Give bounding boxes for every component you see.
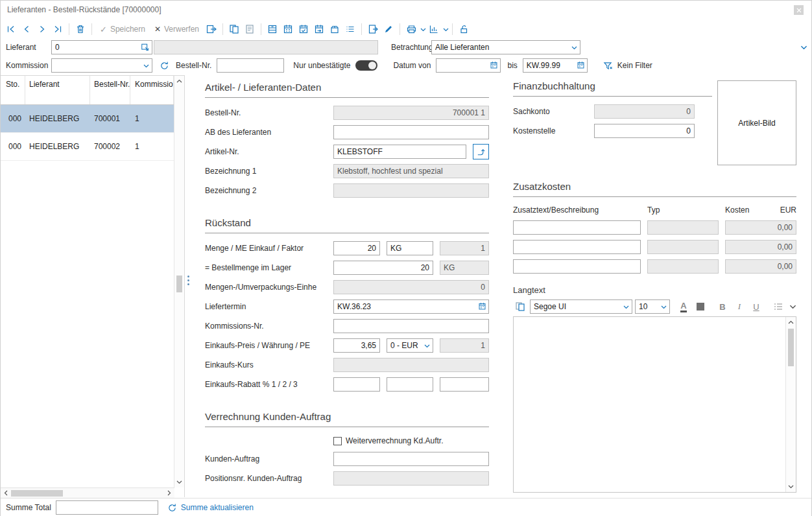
calendar-export-icon[interactable] bbox=[311, 21, 327, 37]
liefertermin-input[interactable] bbox=[333, 299, 489, 314]
last-record-icon[interactable] bbox=[50, 21, 66, 37]
bestellnr-filter-input[interactable] bbox=[217, 58, 284, 73]
vertical-scrollbar[interactable] bbox=[785, 317, 796, 492]
summe-total-input[interactable] bbox=[56, 500, 158, 515]
scrollbar-thumb[interactable] bbox=[176, 276, 182, 292]
column-header-lieferant[interactable]: Lieferant bbox=[25, 76, 90, 104]
ekpreis-input[interactable] bbox=[333, 338, 380, 353]
font-select[interactable]: Segoe UI bbox=[530, 299, 632, 314]
collapse-panel-icon[interactable] bbox=[800, 45, 807, 50]
copy-icon[interactable] bbox=[226, 21, 242, 37]
close-button[interactable] bbox=[794, 5, 804, 15]
section-title-verrechnung: Verrechnung Kunden-Auftrag bbox=[205, 411, 489, 427]
underline-icon[interactable]: U bbox=[749, 299, 763, 314]
package-icon[interactable] bbox=[327, 21, 342, 37]
next-record-icon[interactable] bbox=[34, 21, 50, 37]
document-export-icon[interactable] bbox=[365, 21, 381, 37]
umverpackung-label: Mengen-/Umverpackungs-Einhe bbox=[205, 283, 333, 292]
insert-text-icon[interactable] bbox=[513, 299, 527, 314]
calendar-icon[interactable] bbox=[280, 21, 296, 37]
app-window: Lieferanten - Bestell-Rückstände [700000… bbox=[0, 0, 812, 516]
section-title-zusatzkosten: Zusatzkosten bbox=[513, 181, 796, 197]
nur-unbestaetigte-toggle[interactable] bbox=[355, 60, 377, 71]
rabatt2-input[interactable] bbox=[387, 377, 433, 392]
refresh-icon[interactable] bbox=[158, 59, 171, 72]
lookup-icon[interactable] bbox=[141, 43, 150, 52]
unlock-icon[interactable] bbox=[456, 21, 472, 37]
scrollbar-thumb[interactable] bbox=[788, 329, 794, 366]
filter-clear-icon[interactable] bbox=[602, 59, 615, 72]
waehrung-select[interactable]: 0 - EUR bbox=[387, 338, 433, 353]
panel-splitter[interactable] bbox=[187, 276, 189, 285]
scroll-down-icon[interactable] bbox=[786, 482, 796, 492]
liefertermin-label: Liefertermin bbox=[205, 302, 333, 311]
column-header-bestellnr[interactable]: Bestell-Nr. bbox=[90, 76, 130, 104]
calendar-icon[interactable] bbox=[490, 61, 498, 69]
refresh-icon[interactable] bbox=[166, 501, 179, 514]
filter-row-2: Kommission Bestell-Nr. Nur unbestätigte … bbox=[1, 57, 811, 74]
list-icon[interactable] bbox=[342, 21, 358, 37]
scroll-down-icon[interactable] bbox=[174, 477, 185, 487]
vertical-scrollbar[interactable] bbox=[174, 76, 184, 487]
italic-icon[interactable]: I bbox=[732, 299, 746, 314]
calendar-icon[interactable] bbox=[478, 302, 486, 311]
document-icon[interactable] bbox=[242, 21, 257, 37]
font-size-select[interactable]: 10 bbox=[635, 299, 670, 314]
artikel-bild-box[interactable]: Artikel-Bild bbox=[717, 80, 796, 165]
langtext-content[interactable] bbox=[514, 317, 785, 492]
bold-icon[interactable]: B bbox=[715, 299, 730, 314]
archive-icon[interactable] bbox=[265, 21, 280, 37]
bis-label: bis bbox=[507, 61, 517, 70]
weiterverrechnung-checkbox[interactable] bbox=[333, 437, 342, 445]
column-header-kommission[interactable]: Kommissio bbox=[130, 76, 174, 104]
zusatztext-input[interactable] bbox=[513, 220, 641, 235]
chevron-down-icon bbox=[623, 305, 629, 309]
betrachtung-select[interactable]: Alle Lieferanten bbox=[431, 40, 580, 54]
lieferant-input[interactable] bbox=[51, 40, 152, 54]
kommissionsnr-input[interactable] bbox=[333, 319, 489, 333]
zusatztext-input[interactable] bbox=[513, 259, 641, 274]
bestellmenge-input[interactable] bbox=[333, 261, 433, 275]
me-input[interactable] bbox=[387, 241, 433, 255]
more-options-icon[interactable] bbox=[789, 305, 796, 309]
font-color-icon[interactable]: A bbox=[676, 299, 691, 314]
kundenauftrag-input[interactable] bbox=[333, 452, 489, 466]
ab-lieferanten-input[interactable] bbox=[333, 125, 489, 139]
calendar-icon[interactable] bbox=[577, 61, 585, 69]
horizontal-scrollbar[interactable] bbox=[1, 487, 174, 498]
scroll-up-icon[interactable] bbox=[786, 317, 796, 327]
report-button[interactable] bbox=[426, 21, 449, 37]
print-button[interactable] bbox=[403, 21, 426, 37]
highlight-color-icon[interactable] bbox=[693, 299, 708, 314]
discard-button[interactable]: ✕ Verwerfen bbox=[154, 25, 199, 34]
bullet-list-icon[interactable] bbox=[771, 299, 785, 314]
previous-record-icon[interactable] bbox=[19, 21, 34, 37]
artikelnr-input[interactable] bbox=[333, 145, 466, 159]
table-row[interactable]: 000 HEIDELBERG 700001 1 bbox=[1, 105, 174, 133]
open-artikel-button[interactable] bbox=[473, 144, 489, 159]
table-row[interactable]: 000 HEIDELBERG 700002 1 bbox=[1, 133, 174, 161]
rabatt3-input[interactable] bbox=[440, 377, 489, 392]
scroll-up-icon[interactable] bbox=[174, 76, 185, 86]
kostenstelle-input[interactable] bbox=[594, 124, 695, 138]
bezeichnung2-field bbox=[333, 183, 489, 198]
summe-aktualisieren-link[interactable]: Summe aktualisieren bbox=[181, 503, 254, 512]
first-record-icon[interactable] bbox=[3, 21, 19, 37]
scroll-left-icon[interactable] bbox=[1, 488, 11, 498]
window-title: Lieferanten - Bestell-Rückstände [700000… bbox=[7, 5, 161, 14]
langtext-editor[interactable] bbox=[513, 316, 796, 493]
save-button[interactable]: ✓ Speichern bbox=[100, 25, 145, 34]
kommission-select[interactable] bbox=[51, 58, 152, 73]
column-header-sto[interactable]: Sto. bbox=[1, 76, 25, 104]
scrollbar-thumb[interactable] bbox=[11, 490, 63, 497]
calendar-check-icon[interactable] bbox=[296, 21, 311, 37]
menge-input[interactable] bbox=[333, 241, 380, 255]
rabatt1-input[interactable] bbox=[333, 377, 380, 392]
filter-row-1: Lieferant Betrachtung Alle Lieferanten bbox=[1, 39, 811, 56]
delete-icon[interactable] bbox=[73, 21, 88, 37]
zusatztext-input[interactable] bbox=[513, 240, 641, 254]
edit-pen-icon[interactable] bbox=[381, 21, 396, 37]
lieferant-name-field bbox=[154, 40, 378, 54]
scroll-right-icon[interactable] bbox=[164, 488, 174, 498]
export-window-icon[interactable] bbox=[204, 21, 219, 37]
